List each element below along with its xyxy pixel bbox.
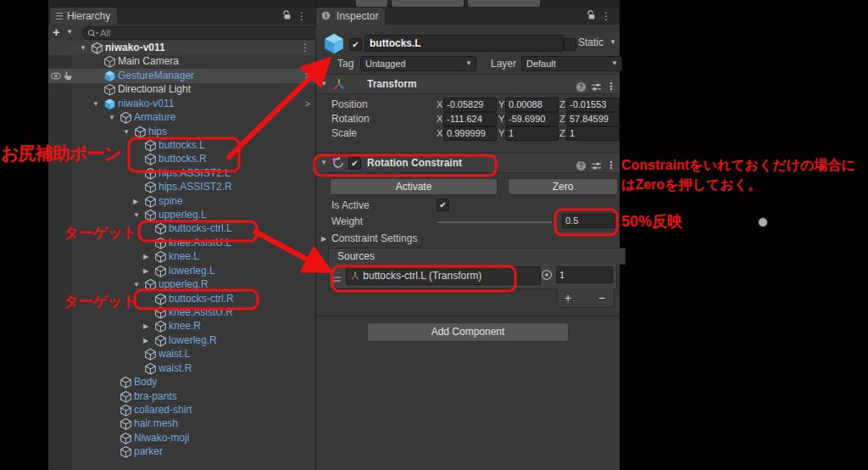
foldout-icon[interactable]: ▶ <box>143 264 148 278</box>
rotation-constraint-enabled-checkbox[interactable]: ✔ <box>348 157 361 170</box>
hierarchy-row[interactable]: Niwako-moji <box>48 431 315 445</box>
hierarchy-row[interactable]: waist.L <box>48 347 315 361</box>
scale-x-field[interactable]: 0.999999 <box>443 126 497 141</box>
lock-icon[interactable] <box>280 9 293 23</box>
foldout-icon[interactable]: ▶ <box>143 319 148 333</box>
presets-icon[interactable] <box>591 161 602 171</box>
foldout-icon[interactable]: ▶ <box>133 194 138 209</box>
foldout-icon[interactable]: ▶ <box>143 333 148 348</box>
hierarchy-row[interactable]: collared-shirt <box>48 403 315 417</box>
rotation-x-field[interactable]: -111.624 <box>443 112 497 126</box>
position-z-field[interactable]: -0.01553 <box>566 98 620 112</box>
position-y-field[interactable]: 0.00088 <box>505 98 559 112</box>
hierarchy-row[interactable]: parker <box>48 445 315 459</box>
add-component-button[interactable]: Add Component <box>367 322 569 342</box>
hierarchy-row-label: GestureManager <box>118 69 194 83</box>
remove-source-button[interactable]: − <box>598 289 605 306</box>
zero-button[interactable]: Zero <box>508 178 618 195</box>
foldout-closed-icon[interactable]: ▶ <box>321 235 326 243</box>
rotation-z-field[interactable]: 57.84599 <box>566 112 620 126</box>
activate-button[interactable]: Activate <box>330 178 498 195</box>
rotation-y-field[interactable]: -59.6990 <box>505 112 559 126</box>
pick-hand-icon[interactable] <box>62 70 73 81</box>
hierarchy-row[interactable]: ▼ upperleg.L <box>48 208 315 222</box>
foldout-icon[interactable]: ▼ <box>133 277 140 292</box>
add-object-button[interactable]: + <box>53 25 60 39</box>
hierarchy-row[interactable]: ▼ hips <box>48 125 315 139</box>
layer-dropdown[interactable]: Default▼ <box>521 56 622 71</box>
tab-hierarchy[interactable]: ☰Hierarchy <box>50 8 117 25</box>
weight-label: Weight <box>331 215 363 227</box>
foldout-open-icon[interactable]: ▼ <box>320 154 327 172</box>
hierarchy-row[interactable]: ▶ spine <box>48 194 315 209</box>
foldout-icon[interactable]: ▼ <box>108 110 115 125</box>
tag-value: Untagged <box>365 59 406 69</box>
presets-icon[interactable] <box>591 82 602 92</box>
hierarchy-row[interactable]: ▶ knee.L <box>48 249 315 264</box>
component-menu-icon[interactable]: ⋮ <box>606 77 616 96</box>
gameobject-icon <box>154 306 167 319</box>
layer-value: Default <box>526 59 556 69</box>
foldout-icon[interactable]: ▼ <box>92 97 99 111</box>
hierarchy-row[interactable]: ▶ lowerleg.R <box>48 333 315 348</box>
foldout-icon[interactable]: ▼ <box>80 41 86 55</box>
scale-z-field[interactable]: 1 <box>566 126 620 141</box>
hierarchy-row[interactable]: ▼ upperleg.R <box>48 277 315 292</box>
foldout-icon[interactable]: ▼ <box>133 208 140 222</box>
position-x-field[interactable]: -0.05829 <box>443 98 497 112</box>
add-source-button[interactable]: + <box>565 289 571 306</box>
hierarchy-row[interactable]: hips.ASSIST2.L <box>48 166 315 181</box>
hierarchy-row[interactable]: waist.R <box>48 361 315 376</box>
hierarchy-row[interactable]: ▼ niwako-v011 > <box>48 97 315 111</box>
hierarchy-row[interactable]: ▶ lowerleg.L <box>48 264 315 278</box>
hierarchy-row[interactable]: Directional Light <box>48 82 315 97</box>
inspector-menu-icon[interactable]: ⋮ <box>599 9 613 23</box>
hierarchy-row[interactable]: ▼ Armature <box>48 110 315 125</box>
tag-dropdown[interactable]: Untagged▼ <box>360 56 476 71</box>
rotation-constraint-header[interactable]: ▼ ✔ Rotation Constraint ? ⋮ <box>316 153 620 173</box>
is-active-checkbox[interactable]: ✔ <box>437 199 449 211</box>
foldout-open-icon[interactable]: ▼ <box>320 75 327 93</box>
gameobject-active-checkbox[interactable]: ✔ <box>349 38 362 51</box>
foldout-icon[interactable]: ▶ <box>143 249 148 264</box>
transform-row-label: Position <box>331 98 368 110</box>
source-object-field[interactable]: buttocks-ctrl.L (Transform) <box>346 266 541 285</box>
object-picker-icon[interactable] <box>541 269 553 284</box>
help-icon[interactable]: ? <box>576 160 587 171</box>
weight-value-field[interactable]: 0.5 <box>562 214 617 228</box>
foldout-icon[interactable]: ▼ <box>123 125 130 139</box>
weight-slider-knob[interactable] <box>758 217 768 227</box>
hierarchy-row[interactable]: ▼ niwako-v011 ⋮ <box>48 41 315 55</box>
lock-icon[interactable] <box>584 9 598 23</box>
drag-handle-icon[interactable] <box>332 271 341 286</box>
weight-slider-track[interactable] <box>437 221 552 223</box>
tab-inspector[interactable]: Inspector <box>316 8 385 25</box>
component-menu-icon[interactable]: ⋮ <box>606 156 616 175</box>
add-object-dropdown-icon[interactable]: ▼ <box>66 28 73 36</box>
gameobject-icon <box>144 278 157 291</box>
gameobject-icon <box>144 362 157 375</box>
hierarchy-row[interactable]: GestureManager > <box>48 69 315 83</box>
hierarchy-row[interactable]: ▶ knee.R <box>48 319 315 333</box>
hierarchy-menu-icon[interactable]: ⋮ <box>295 9 309 23</box>
transform-header[interactable]: ▼ Transform ? ⋮ <box>316 74 620 94</box>
hierarchy-tabbar: ☰Hierarchy ⋮ <box>48 8 315 25</box>
hierarchy-row[interactable]: Main Camera <box>48 54 315 69</box>
hierarchy-row[interactable]: Body <box>48 375 315 389</box>
static-dropdown-icon[interactable]: ▼ <box>609 38 616 46</box>
hierarchy-row[interactable]: hips.ASSIST2.R <box>48 180 315 194</box>
scale-y-field[interactable]: 1 <box>505 126 559 141</box>
source-weight-field[interactable]: 1 <box>556 266 613 283</box>
static-checkbox[interactable] <box>564 38 576 51</box>
gameobject-name-field[interactable]: buttocks.L <box>364 35 564 52</box>
row-menu-icon[interactable]: ⋮ <box>300 41 310 55</box>
search-icon <box>87 29 99 38</box>
constraint-settings-foldout[interactable]: Constraint Settings <box>331 232 417 244</box>
prefab-open-chevron[interactable]: > <box>305 97 310 111</box>
prefab-open-chevron[interactable]: > <box>305 69 310 83</box>
hierarchy-row[interactable]: bra-pants <box>48 389 315 404</box>
help-icon[interactable]: ? <box>576 81 587 92</box>
eye-icon[interactable] <box>50 70 62 81</box>
hierarchy-search-input[interactable]: All <box>82 26 330 40</box>
hierarchy-row[interactable]: hair.mesh <box>48 417 315 431</box>
